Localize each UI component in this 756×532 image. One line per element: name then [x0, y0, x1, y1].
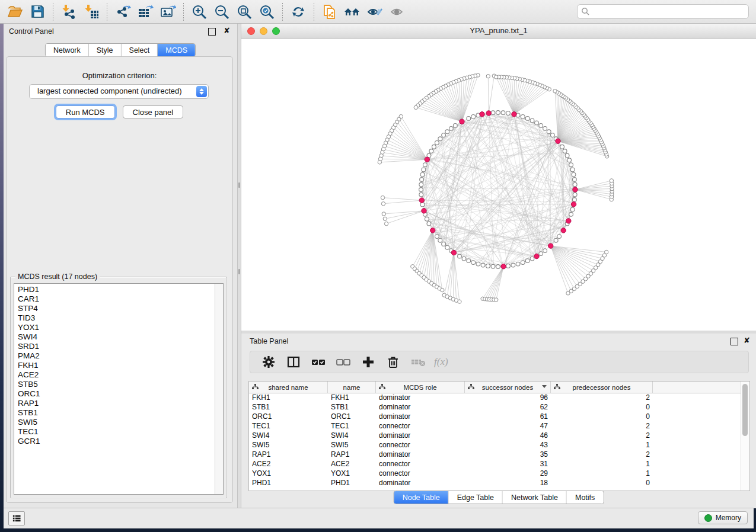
- close-table-panel-icon[interactable]: ✘: [744, 336, 750, 345]
- zoom-fit-icon[interactable]: [234, 2, 254, 21]
- result-node-item[interactable]: STP4: [14, 304, 215, 313]
- network-window-titlebar[interactable]: YPA_prune.txt_1: [241, 24, 756, 39]
- tab-select[interactable]: Select: [122, 44, 158, 56]
- optimization-criterion-select[interactable]: largest connected component (undirected): [29, 84, 209, 99]
- mcds-node[interactable]: [534, 254, 539, 258]
- network-node[interactable]: [462, 257, 466, 261]
- network-node[interactable]: [476, 262, 480, 266]
- mcds-node[interactable]: [512, 112, 516, 117]
- tab-network[interactable]: Network: [46, 44, 89, 56]
- network-node[interactable]: [563, 149, 567, 153]
- result-node-item[interactable]: ORC1: [14, 389, 215, 399]
- network-node[interactable]: [383, 217, 387, 220]
- network-node[interactable]: [521, 261, 525, 265]
- network-node[interactable]: [495, 298, 498, 302]
- mcds-node[interactable]: [419, 198, 424, 203]
- clear-selection-icon[interactable]: [332, 352, 355, 371]
- mcds-node[interactable]: [571, 202, 576, 207]
- result-node-item[interactable]: STB5: [14, 380, 215, 389]
- show-panels-list-button[interactable]: [8, 511, 25, 525]
- network-node[interactable]: [506, 111, 511, 116]
- select-all-icon[interactable]: [307, 352, 330, 371]
- network-node[interactable]: [569, 163, 573, 167]
- network-node[interactable]: [471, 115, 476, 119]
- hide-selected-eye-icon[interactable]: [365, 2, 385, 21]
- network-node[interactable]: [543, 249, 547, 253]
- network-node[interactable]: [495, 75, 498, 79]
- network-node[interactable]: [610, 179, 613, 182]
- table-row[interactable]: YOX1YOX1connector291: [249, 469, 741, 478]
- search-input[interactable]: [577, 4, 749, 19]
- network-node[interactable]: [414, 105, 417, 109]
- network-node[interactable]: [491, 111, 495, 115]
- zoom-out-icon[interactable]: [212, 2, 232, 21]
- close-panel-button[interactable]: Close panel: [123, 105, 184, 118]
- vertical-splitter[interactable]: [237, 24, 241, 508]
- network-node[interactable]: [506, 264, 511, 268]
- network-node[interactable]: [381, 202, 385, 206]
- network-node[interactable]: [435, 235, 439, 239]
- network-node[interactable]: [572, 172, 576, 177]
- network-node[interactable]: [535, 121, 539, 125]
- refresh-view-icon[interactable]: [288, 2, 308, 21]
- close-panel-icon[interactable]: ✘: [224, 27, 230, 35]
- network-canvas[interactable]: [241, 39, 756, 331]
- network-node[interactable]: [432, 145, 436, 149]
- mcds-node[interactable]: [501, 264, 506, 269]
- network-node[interactable]: [539, 124, 543, 128]
- table-row[interactable]: PHD1PHD1dominator180: [249, 478, 741, 488]
- network-node[interactable]: [442, 242, 446, 246]
- result-list-scrollbar[interactable]: [215, 284, 223, 494]
- column-header-predecessor-nodes[interactable]: predecessor nodes: [551, 382, 653, 393]
- network-node[interactable]: [419, 182, 423, 187]
- network-node[interactable]: [573, 198, 577, 202]
- mcds-node[interactable]: [573, 187, 578, 192]
- show-columns-icon[interactable]: [282, 352, 305, 371]
- network-node[interactable]: [569, 212, 573, 216]
- mcds-node[interactable]: [422, 209, 426, 213]
- network-node[interactable]: [381, 196, 384, 199]
- result-node-item[interactable]: CAR1: [14, 294, 215, 304]
- network-node[interactable]: [511, 263, 515, 267]
- table-scrollbar-thumb[interactable]: [742, 384, 748, 436]
- network-node[interactable]: [547, 130, 551, 134]
- network-node[interactable]: [525, 117, 529, 121]
- network-node[interactable]: [420, 178, 424, 182]
- network-node[interactable]: [491, 264, 495, 268]
- network-node[interactable]: [420, 203, 425, 207]
- network-node[interactable]: [467, 117, 471, 121]
- tab-motifs[interactable]: Motifs: [567, 491, 603, 504]
- table-row[interactable]: SWI4SWI4dominator462: [249, 431, 741, 440]
- network-node[interactable]: [570, 207, 575, 211]
- zoom-in-icon[interactable]: [189, 2, 209, 21]
- network-node[interactable]: [560, 145, 564, 149]
- table-row[interactable]: FKH1FKH1dominator962: [249, 393, 741, 402]
- result-node-item[interactable]: YOX1: [14, 323, 215, 332]
- network-node[interactable]: [378, 161, 381, 164]
- network-node[interactable]: [449, 127, 454, 131]
- export-network-icon[interactable]: [113, 2, 133, 21]
- result-node-item[interactable]: PMA2: [14, 351, 215, 361]
- column-header-successor-nodes[interactable]: successor nodes: [465, 382, 551, 393]
- add-column-icon[interactable]: [357, 352, 379, 371]
- table-row[interactable]: ORC1ORC1dominator610: [249, 412, 741, 421]
- network-node[interactable]: [565, 153, 569, 158]
- tab-edge-table[interactable]: Edge Table: [449, 491, 503, 504]
- network-node[interactable]: [557, 235, 562, 239]
- tab-mcds[interactable]: MCDS: [158, 44, 195, 56]
- network-node[interactable]: [442, 133, 446, 137]
- network-node[interactable]: [521, 115, 525, 119]
- table-row[interactable]: RAP1RAP1dominator352: [249, 450, 741, 459]
- result-node-item[interactable]: SRD1: [14, 342, 215, 351]
- function-builder-icon[interactable]: f(x): [434, 356, 448, 368]
- delete-table-icon[interactable]: [407, 352, 429, 371]
- result-node-item[interactable]: STB1: [14, 408, 215, 418]
- memory-button[interactable]: Memory: [698, 511, 748, 524]
- float-panel-icon[interactable]: [208, 28, 216, 36]
- mcds-node[interactable]: [425, 157, 429, 162]
- table-row[interactable]: STB1STB1dominator620: [249, 402, 741, 412]
- network-node[interactable]: [496, 265, 500, 269]
- network-node[interactable]: [573, 182, 577, 187]
- result-node-item[interactable]: TID3: [14, 313, 215, 323]
- open-file-icon[interactable]: [5, 2, 25, 21]
